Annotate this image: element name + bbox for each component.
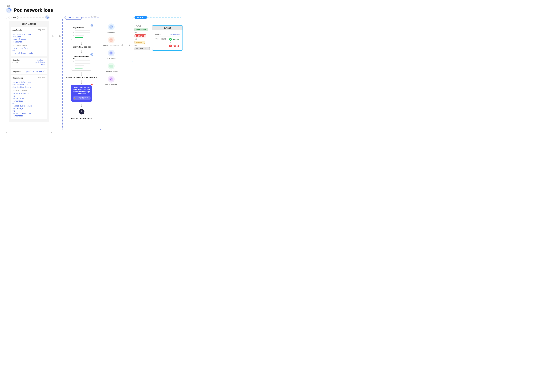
or-status-2: OR <box>135 38 150 40</box>
step2-label-container: Derive container and sandbox IDs <box>66 72 97 80</box>
list-target-pods: list of target pods <box>13 52 46 54</box>
probes-section-label: PROBES <box>89 16 98 18</box>
svg-point-10 <box>10 10 11 10</box>
down-arrow-3 <box>82 72 82 75</box>
user-inputs-title: User Inputs <box>11 23 47 25</box>
status-badges: COMPLETED OR ERRORED OR QUEUED OR INCOMP… <box>135 28 150 50</box>
output-title: Output <box>152 26 182 30</box>
container-runtime-label: Container runtime <box>13 59 26 63</box>
sandbox-line-1 <box>75 61 90 61</box>
step4-label: Wait for Chaos Interval <box>71 117 92 120</box>
svg-point-66 <box>169 38 172 41</box>
passed-result: Passed <box>169 38 180 41</box>
main-flow: TUNE User Inputs App Detai <box>6 18 528 133</box>
check-4 <box>73 36 74 37</box>
main-title: Pod network loss <box>14 7 53 13</box>
card-line-1 <box>75 30 90 31</box>
srm-probe-label: SRM SLO PROBE <box>105 84 117 85</box>
container-runtime-group: Container runtime docker , containerd cr… <box>11 58 47 68</box>
svg-point-39 <box>81 111 82 112</box>
metrics-value: chaos metrics <box>169 33 180 35</box>
sandbox-check-3 <box>73 64 74 65</box>
required-label: REQUIRED <box>38 29 46 31</box>
or-status-3: OR <box>135 45 150 46</box>
svg-point-18 <box>47 16 47 16</box>
step1-label: Derive final pod list <box>73 46 91 48</box>
failed-icon <box>169 44 172 47</box>
app-item-3: name of target <box>13 38 46 40</box>
probe-command: >_ COMMAND PROBE <box>103 63 119 72</box>
status-completed: COMPLETED <box>135 28 148 31</box>
svg-point-28 <box>92 25 92 26</box>
k8s-probe-label: K8S PROBE <box>107 32 116 33</box>
chaos-item-2: destination IPs <box>13 84 46 86</box>
result-arrow-head <box>129 44 130 46</box>
svg-point-63 <box>110 79 111 80</box>
metrics-label: Metrics <box>155 33 167 35</box>
arrow-circle-start <box>52 36 53 37</box>
card-line-3 <box>75 35 84 36</box>
chaos-any-4b: percentage <box>13 115 46 117</box>
svg-point-50 <box>112 27 113 27</box>
svg-point-19 <box>47 18 47 19</box>
passed-icon <box>169 38 172 41</box>
execution-badge: EXECUTION <box>65 16 82 20</box>
exec-flow: Targeted Pods <box>65 25 98 121</box>
sequence-value: parallel OR serial <box>26 70 46 72</box>
output-card: Output Metrics chaos metrics Probe Resul… <box>152 25 183 51</box>
svg-point-64 <box>112 79 112 80</box>
probes-column: K8S PROBE PROMETHEUS PROBE <box>101 18 121 91</box>
status-errored: ERRORED <box>135 34 146 37</box>
chaos-any-4: packet corruption <box>13 112 46 114</box>
result-arrow-line <box>123 45 129 45</box>
svg-point-7 <box>9 8 9 9</box>
status-incompleted: INCOMPLETED <box>135 47 150 50</box>
failed-result: Failed <box>169 44 180 47</box>
command-probe-label: COMMAND PROBE <box>105 71 118 72</box>
svg-point-29 <box>92 24 92 25</box>
svg-point-49 <box>110 27 110 27</box>
svg-point-21 <box>48 17 49 18</box>
probe-srm: SRM SLO PROBE <box>103 76 119 85</box>
sandbox-card: ⚙ Container and sandbox IDs <box>71 54 92 70</box>
traffic-card: Create traffic control rules inside netw… <box>71 85 92 102</box>
fault-label: Fault <box>6 5 528 7</box>
red-dot <box>91 84 93 86</box>
lock-icon: 🔒 <box>74 97 76 99</box>
result-badge: RESULT <box>135 16 147 19</box>
svg-point-20 <box>46 17 46 18</box>
or-2: OR <box>13 95 46 97</box>
app-details-group: App Details REQUIRED percentage of app r… <box>11 27 47 56</box>
card-line-4 <box>75 37 83 38</box>
probe-results-values: Passed OR Failed <box>169 38 180 47</box>
svg-point-17 <box>47 17 48 18</box>
clock-icon <box>79 109 85 115</box>
svg-point-48 <box>111 28 111 28</box>
srm-probe-icon <box>108 76 115 83</box>
targeted-pods-title: Targeted Pods <box>73 27 90 29</box>
k8s-probe-icon <box>108 23 115 30</box>
arrow-head <box>59 35 61 37</box>
targeted-pods-card: Targeted Pods <box>71 25 92 40</box>
step2-label: Derive container and sandbox IDs <box>66 76 97 79</box>
or-status-1: OR <box>135 32 150 33</box>
down-arrow-2 <box>82 50 82 53</box>
chaos-inputs-label: Chaos Inputs <box>13 77 23 79</box>
check-3 <box>73 34 74 36</box>
execution-section: EXECUTION PROBES <box>62 18 101 131</box>
or-4: OR <box>13 110 46 112</box>
svg-point-30 <box>92 26 92 26</box>
metrics-row: Metrics chaos metrics <box>155 32 180 37</box>
step4-container: Wait for Chaos Interval <box>71 104 92 121</box>
target-app-label: target app label <box>13 47 46 49</box>
clock-container: Wait for Chaos Interval <box>71 109 92 120</box>
svg-point-9 <box>7 10 7 10</box>
tune-to-execution-arrow <box>52 35 61 37</box>
down-arrow-5 <box>82 104 82 107</box>
output-card-container: Output Metrics chaos metrics Probe Resul… <box>152 25 183 51</box>
or-probe-results: OR <box>169 42 180 43</box>
probe-http: HTTP PROBE <box>103 50 119 59</box>
chaos-any-1: network latency <box>13 93 46 95</box>
user-inputs-card: User Inputs App Details REQUIRED percent… <box>9 21 49 122</box>
app-item-4: container <box>13 41 46 43</box>
